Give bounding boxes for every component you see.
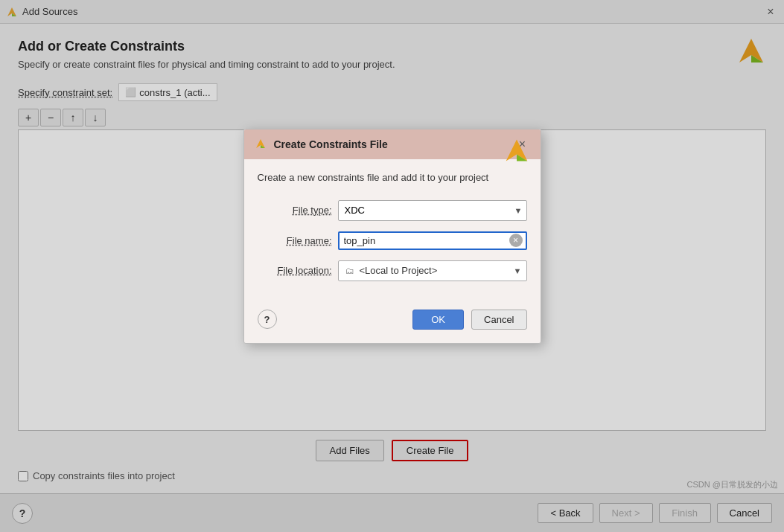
file-type-wrapper: XDC ▼ <box>338 200 527 221</box>
file-name-input-wrapper: × <box>338 231 527 250</box>
file-location-row: File location: 🗂 <Local to Project> ▼ <box>258 260 527 281</box>
modal-body: Create a new constraints file and add it… <box>244 159 541 303</box>
modal-dialog: Create Constraints File × Create a new c… <box>243 129 541 343</box>
file-name-label: File name: <box>258 235 332 246</box>
file-name-row: File name: × <box>258 231 527 250</box>
file-location-label: File location: <box>258 265 332 276</box>
modal-footer: ? OK Cancel <box>244 304 541 343</box>
modal-title: Create Constraints File <box>274 138 509 150</box>
file-location-wrapper: 🗂 <Local to Project> ▼ <box>338 260 527 281</box>
modal-header: Create Constraints File × <box>244 129 541 159</box>
modal-logo <box>503 137 530 166</box>
modal-help-button[interactable]: ? <box>258 310 277 329</box>
file-name-wrapper: × <box>338 231 527 250</box>
file-type-row: File type: XDC ▼ <box>258 200 527 221</box>
file-type-select[interactable]: XDC <box>338 200 527 221</box>
main-window: Add Sources × Add or Create Constraints … <box>0 0 784 532</box>
file-name-input[interactable] <box>342 234 509 248</box>
modal-overlay: Create Constraints File × Create a new c… <box>0 0 784 532</box>
file-type-label: File type: <box>258 205 332 216</box>
file-location-select-wrapper: 🗂 <Local to Project> ▼ <box>338 260 527 281</box>
file-location-arrow-icon: ▼ <box>514 266 522 275</box>
location-icon: 🗂 <box>343 266 357 276</box>
file-type-select-wrapper: XDC ▼ <box>338 200 527 221</box>
modal-ok-button[interactable]: OK <box>412 310 464 330</box>
modal-header-icon <box>255 138 268 151</box>
clear-filename-button[interactable]: × <box>509 234 523 247</box>
file-location-value: <Local to Project> <box>360 265 514 276</box>
modal-description: Create a new constraints file and add it… <box>258 171 527 185</box>
modal-cancel-button[interactable]: Cancel <box>471 310 526 330</box>
